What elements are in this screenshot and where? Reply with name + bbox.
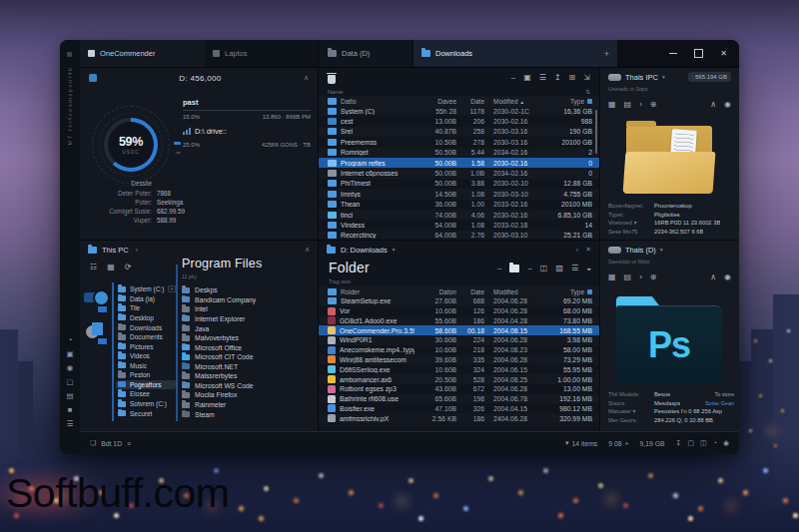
list-item[interactable]: Microsoft Office — [182, 342, 314, 352]
server-icon[interactable]: ☰ — [65, 419, 75, 428]
download-icon[interactable]: ↧ — [676, 439, 682, 447]
table-row[interactable]: tincl 74.00B 4.06 2030-02.16 6.85,10 GB — [319, 210, 599, 220]
header-size[interactable]: Davee — [414, 98, 456, 105]
list-item[interactable]: Malssrerbytes — [182, 371, 314, 381]
table-row[interactable]: Bathrinte rfi608.use 65.60B 198 2004.06.… — [319, 394, 599, 404]
removable-device-icon[interactable] — [84, 320, 112, 346]
grid-view-icon[interactable]: ▦ — [608, 100, 616, 110]
list-item[interactable]: Microsoft.NET — [182, 362, 314, 372]
table-row[interactable]: WindP0R1 30.60B 224 2004.06.28 3.98 MB — [319, 335, 599, 345]
columns-icon[interactable]: ◫ — [700, 439, 707, 447]
list-item[interactable]: Microsoft CIT Code — [182, 352, 314, 362]
grid-view-icon[interactable]: ⊞ — [569, 73, 576, 83]
dash-icon[interactable]: – — [511, 73, 515, 83]
table-row[interactable]: PhiTimest 50.00B 3.88 2030-02-10 12.88 G… — [319, 179, 599, 189]
drive-list-item[interactable]: D:\ drive:: 25.0% 42566 GONS · TB — [183, 125, 311, 150]
list-item[interactable]: Java — [182, 323, 314, 333]
sort-toggle-icon[interactable]: ⇅ — [585, 89, 590, 95]
table-row[interactable]: D6fiSSeriiog.exe 10.60B 324 2004.06.15 5… — [319, 364, 599, 374]
header-type[interactable]: Type — [540, 288, 592, 295]
tree-item[interactable]: Pogeaftors — [116, 380, 176, 390]
camera-icon[interactable]: ◉ — [724, 100, 731, 110]
list-view-icon[interactable]: ☰ — [539, 73, 546, 83]
monitor-icon[interactable]: ▢ — [687, 439, 694, 447]
camera-icon[interactable]: ◉ — [724, 272, 731, 282]
tree-item[interactable]: Music — [116, 361, 176, 371]
globe-icon[interactable]: ⊕ — [650, 100, 657, 110]
minimize-button[interactable] — [669, 53, 677, 54]
table-row[interactable]: Anecomskeme.mp4..typy! 10.60B 218 2004.0… — [319, 345, 599, 355]
collapse-icon[interactable]: ∧ — [305, 246, 310, 254]
chevron-right-icon[interactable]: › — [639, 272, 642, 282]
list-item[interactable]: Internet Explorer — [182, 314, 314, 324]
collapse-icon[interactable]: ∧ — [304, 74, 309, 82]
panel-icon[interactable]: ▤ — [624, 272, 632, 282]
list-header-row[interactable]: Roider Daton Date Modified Type — [319, 286, 599, 296]
tree-item[interactable]: Desktop — [116, 313, 176, 323]
table-row[interactable]: ambomancer.ax6 20.50B 528 2004.08.25 1.0… — [319, 374, 599, 384]
export-icon[interactable]: ⇲ — [583, 73, 590, 83]
bookmark-icon[interactable]: ❏ — [90, 439, 96, 447]
list-item[interactable]: Microsoft WS Code — [182, 381, 314, 391]
list-item[interactable]: Rainmeter — [182, 400, 314, 410]
table-row[interactable]: System (C) 55h 28 1178 2030-02-1C 16,36 … — [319, 106, 599, 116]
list-view-icon[interactable]: ☷ — [90, 263, 97, 272]
list-item[interactable]: Mocila Firefox — [182, 390, 314, 400]
table-row[interactable]: SteamSetup.exe 27.60B 688 2004.06.28 69.… — [319, 296, 599, 306]
globe-icon[interactable]: ⊕ — [650, 272, 657, 282]
document-icon[interactable]: ▤ — [65, 391, 75, 400]
upload-icon[interactable]: ↥ — [554, 73, 561, 83]
table-row[interactable]: Boisfier.exe 47.10B 326 2004.04.15 980.1… — [319, 403, 599, 413]
tree-item[interactable]: Documents — [116, 332, 176, 342]
header-modified[interactable]: Modified — [484, 288, 540, 295]
list-item[interactable]: Steam — [182, 409, 314, 419]
grid-view-icon[interactable]: ▦ — [107, 263, 115, 272]
tab-data-d[interactable]: Data (D) — [320, 40, 411, 67]
table-row[interactable]: Program refles 50.00B 1.58 2030-02.16 0 — [319, 158, 599, 168]
camera-icon[interactable]: ◉ — [723, 439, 729, 447]
list-item[interactable]: Intel — [182, 304, 314, 314]
table-row[interactable]: Rotbont egses zp3 43.60B 672 2004.06.28 … — [319, 384, 599, 394]
header-type[interactable]: Type — [540, 98, 592, 105]
panel-icon[interactable]: ▤ — [624, 100, 632, 110]
table-row[interactable]: Internet c6pnosses 50.00B 1.0B 2034-02.1… — [319, 168, 599, 178]
close-button[interactable]: ✕ — [720, 50, 727, 58]
new-folder-icon[interactable]: ▣ — [523, 73, 531, 83]
pane-divider[interactable] — [176, 265, 178, 421]
tree-item[interactable]: Downloads — [116, 322, 176, 332]
monitor-icon[interactable]: ▢ — [65, 377, 75, 386]
scrollbar[interactable] — [595, 110, 597, 154]
preview-title[interactable]: Thais (D) — [625, 246, 656, 255]
tree-item[interactable]: System (C:) — [116, 284, 176, 294]
list-item[interactable]: Malvoverbytes — [182, 333, 314, 343]
folder-icon[interactable] — [509, 265, 519, 272]
table-row[interactable]: Romriget 50.50B 5.44 2034-02.16 2 — [319, 148, 599, 158]
new-tab-button[interactable]: + — [604, 49, 609, 59]
collapse-icon[interactable]: ∧ — [710, 100, 716, 110]
table-row[interactable]: Winrj88 amtitessecom 39.60B 335 2004.06.… — [319, 355, 599, 365]
table-row[interactable]: cest 13.00B 206 2030-02.16 988 — [319, 116, 599, 126]
tree-item[interactable]: Securet — [116, 408, 176, 418]
table-row[interactable]: Imntys 14.50B 1.08 2030-03-10 4.755 GB — [319, 189, 599, 199]
square-icon[interactable]: ■ — [65, 405, 75, 414]
drive-list-item[interactable]: past 15.0% 13.860 · 866B PM — [183, 96, 311, 122]
image-icon[interactable]: ▣ — [65, 349, 75, 358]
list-item[interactable]: Bandicam Company — [182, 295, 314, 305]
table-row[interactable]: amfmssrichiv.pX 2.56 KB 186 2404.06.28 3… — [319, 413, 599, 423]
tree-item[interactable]: Data (ia) — [116, 294, 176, 304]
pattern-icon[interactable]: ▨ — [555, 264, 563, 273]
more-icon[interactable]: ◒ — [586, 264, 591, 273]
tab-laptos[interactable]: Laptos — [205, 40, 317, 67]
tree-item[interactable]: Peston — [116, 370, 176, 380]
store-link[interactable]: Sotse Gean — [705, 399, 734, 408]
chevron-down-icon[interactable]: ▾ — [393, 247, 396, 253]
maximize-button[interactable] — [694, 49, 703, 58]
chevron-down-icon[interactable]: ▾ — [662, 74, 665, 80]
preview-title[interactable]: Thais IPC — [625, 73, 658, 82]
chevron-down-icon[interactable]: ▾ — [660, 247, 663, 253]
back-icon[interactable]: ‹ — [576, 247, 578, 254]
downloads-tab[interactable]: D: Downloads ▾ ‹ ✕ — [319, 241, 599, 259]
list-header-row[interactable]: Datto Davee Date Modified ▲ Type — [319, 96, 599, 106]
menu-icon[interactable]: ≡ — [127, 440, 131, 447]
user-icon[interactable]: ◔ — [713, 439, 717, 447]
